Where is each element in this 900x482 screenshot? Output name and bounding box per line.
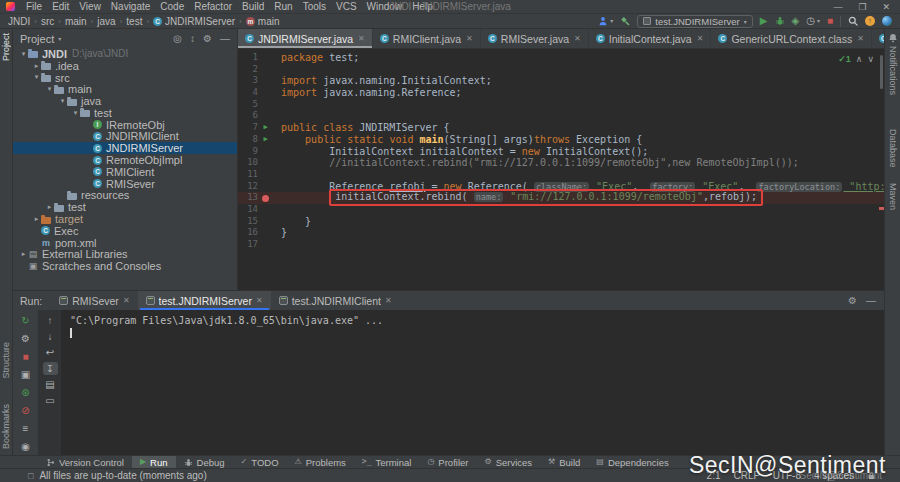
menu-item-code[interactable]: Code <box>155 1 189 12</box>
run-button[interactable]: ▶ <box>760 16 768 26</box>
tree-item-resources[interactable]: resources <box>13 190 237 202</box>
tool-window-button-profiler[interactable]: ◷Profiler <box>419 456 476 468</box>
console-output[interactable]: "C:\Program Files\Java\jdk1.8.0_65\bin\j… <box>61 310 884 456</box>
gear-icon[interactable]: ⚙ <box>203 33 212 44</box>
breadcrumb-item-main[interactable]: mmain <box>246 16 280 27</box>
status-vcs-message[interactable]: □ All files are up-to-date (moments ago) <box>10 470 207 481</box>
stripe-tab-notifications[interactable]: Notifications <box>888 46 898 95</box>
locate-file-icon[interactable]: ◎ <box>173 33 182 44</box>
tree-item-jndi[interactable]: ▾JNDID:\java\JNDI <box>13 48 237 60</box>
tool-window-button-version-control[interactable]: Version Control <box>38 456 132 468</box>
run-config-selector[interactable]: test.JNDIRMIServer▾ <box>637 15 752 28</box>
menu-item-tools[interactable]: Tools <box>298 1 331 12</box>
close-tab-icon[interactable]: ✕ <box>857 34 864 43</box>
tool-window-button-build[interactable]: ⚒Build <box>540 456 588 468</box>
gc-icon[interactable]: ⊛ <box>18 386 33 399</box>
editor-tab-jndirmiserver-java[interactable]: CJNDIRMIServer.java✕ <box>238 29 373 48</box>
run-tab-test-jndirmiserver[interactable]: test.JNDIRMIServer✕ <box>138 291 271 310</box>
menu-item-refactor[interactable]: Refactor <box>189 1 237 12</box>
editor-tab-rmisever-java[interactable]: CRMISever.java✕ <box>481 29 589 48</box>
hide-panel-icon[interactable]: — <box>866 295 876 306</box>
tree-item-remoteobjimpl[interactable]: CRemoteObjImpl <box>13 154 237 166</box>
editor-scrollbar[interactable] <box>880 55 883 89</box>
dump-threads-icon[interactable]: ▣ <box>18 368 33 381</box>
stop-icon[interactable]: ■ <box>18 350 33 363</box>
notifications-bell-icon[interactable] <box>888 33 898 43</box>
close-tab-icon[interactable]: ✕ <box>574 34 581 43</box>
breadcrumb-item-jndi[interactable]: JNDI <box>8 16 30 27</box>
breakpoint-icon[interactable] <box>258 192 273 204</box>
close-tab-icon[interactable]: ✕ <box>385 296 392 305</box>
inspections-widget[interactable]: ✓1 ∧ ∨ <box>838 54 874 64</box>
prev-chevron-icon[interactable]: ∧ <box>856 54 863 64</box>
tree-item--idea[interactable]: ▸.idea <box>13 60 237 72</box>
tool-window-button-terminal[interactable]: >_Terminal <box>354 456 420 468</box>
close-tab-icon[interactable]: ✕ <box>697 34 704 43</box>
tree-item-java[interactable]: ▾java <box>13 95 237 107</box>
print-icon[interactable]: ▤ <box>43 378 58 391</box>
menu-item-edit[interactable]: Edit <box>47 1 74 12</box>
tool-window-button-dependencies[interactable]: ▤Dependencies <box>588 456 676 468</box>
stripe-tab-database[interactable]: Database <box>888 129 898 168</box>
expanded-arrow-icon[interactable]: ▾ <box>58 97 67 105</box>
breadcrumb-item-src[interactable]: src <box>41 16 54 27</box>
next-chevron-icon[interactable]: ∨ <box>867 54 874 64</box>
menu-item-build[interactable]: Build <box>237 1 269 12</box>
soft-wrap-icon[interactable]: ↩ <box>43 346 58 359</box>
tree-item-jndirmiserver[interactable]: CJNDIRMIServer <box>13 142 237 154</box>
editor-tab-rmiclient-java[interactable]: CRMIClient.java✕ <box>373 29 481 48</box>
tool-window-button-todo[interactable]: ✓TODO <box>233 456 287 468</box>
close-button[interactable]: ✕ <box>882 2 890 12</box>
tool-window-button-debug[interactable]: Debug <box>176 456 233 468</box>
pin-icon[interactable]: ◉ <box>18 440 33 453</box>
menu-item-run[interactable]: Run <box>269 1 297 12</box>
tree-item-exec[interactable]: CExec <box>13 225 237 237</box>
clear-console-icon[interactable]: ▭ <box>43 394 58 407</box>
down-stack-trace-icon[interactable]: ↓ <box>43 330 58 343</box>
gear-icon[interactable]: ⚙ <box>848 295 857 306</box>
exit-icon[interactable]: ⊘ <box>18 404 33 417</box>
close-tab-icon[interactable]: ✕ <box>466 34 473 43</box>
tree-item-iremoteobj[interactable]: IIRemoteObj <box>13 119 237 131</box>
code-area[interactable]: 1package test;23import javax.naming.Init… <box>238 49 884 290</box>
tree-item-external-libraries[interactable]: ▸▤External Libraries <box>13 249 237 261</box>
tree-item-rmisever[interactable]: CRMISever <box>13 178 237 190</box>
tree-item-main[interactable]: ▾main <box>13 83 237 95</box>
stripe-tab-bookmarks[interactable]: Bookmarks <box>1 404 11 449</box>
editor-tab-initialcontext-java[interactable]: CInitialContext.java✕ <box>589 29 712 48</box>
expanded-arrow-icon[interactable]: ▾ <box>19 50 28 58</box>
editor-tab-genericurlcontext-class[interactable]: CGenericURLContext.class✕ <box>711 29 872 48</box>
tool-window-button-problems[interactable]: ⚠Problems <box>287 456 354 468</box>
profiler-button[interactable]: ◷▾ <box>806 16 820 26</box>
project-panel-title[interactable]: Project▾ <box>20 33 61 45</box>
close-tab-icon[interactable]: ✕ <box>358 34 365 43</box>
debug-button[interactable] <box>775 16 785 26</box>
collapsed-arrow-icon[interactable]: ▸ <box>32 62 41 70</box>
stop-button[interactable]: ■ <box>827 16 833 26</box>
menu-item-vcs[interactable]: VCS <box>331 1 362 12</box>
layout-settings-icon[interactable]: ≡ <box>18 422 33 435</box>
tree-item-jndirmiclient[interactable]: CJNDIRMIClient <box>13 131 237 143</box>
expanded-arrow-icon[interactable]: ▾ <box>71 109 80 117</box>
tree-item-target[interactable]: ▸target <box>13 213 237 225</box>
menu-item-file[interactable]: File <box>21 1 47 12</box>
tool-window-button-run[interactable]: ▶Run <box>132 456 176 468</box>
close-tab-icon[interactable]: ✕ <box>256 296 263 305</box>
close-tab-icon[interactable]: ✕ <box>123 296 130 305</box>
breadcrumb-item-jndirmiserver[interactable]: CJNDIRMIServer <box>153 16 235 27</box>
tree-item-pom-xml[interactable]: mpom.xml <box>13 237 237 249</box>
hide-panel-icon[interactable]: — <box>220 33 230 44</box>
stripe-tab-project[interactable]: Project <box>1 33 11 61</box>
breadcrumb-item-main[interactable]: main <box>65 16 87 27</box>
expanded-arrow-icon[interactable]: ▾ <box>32 73 41 81</box>
stripe-tab-maven[interactable]: Maven <box>888 183 898 210</box>
stripe-tab-structure[interactable]: Structure <box>1 342 11 379</box>
tool-window-button-services[interactable]: ⚙Services <box>476 456 540 468</box>
user-avatar-button[interactable]: ▾ <box>598 16 613 26</box>
code-with-me-icon[interactable] <box>882 16 892 26</box>
tree-item-scratches-and-consoles[interactable]: ▣Scratches and Consoles <box>13 260 237 272</box>
minimize-button[interactable]: — <box>833 2 842 12</box>
breadcrumb-item-test[interactable]: test <box>126 16 142 27</box>
run-tab-test-jndirmiclient[interactable]: test.JNDIRMIClient✕ <box>271 291 400 310</box>
up-stack-trace-icon[interactable]: ↑ <box>43 314 58 327</box>
